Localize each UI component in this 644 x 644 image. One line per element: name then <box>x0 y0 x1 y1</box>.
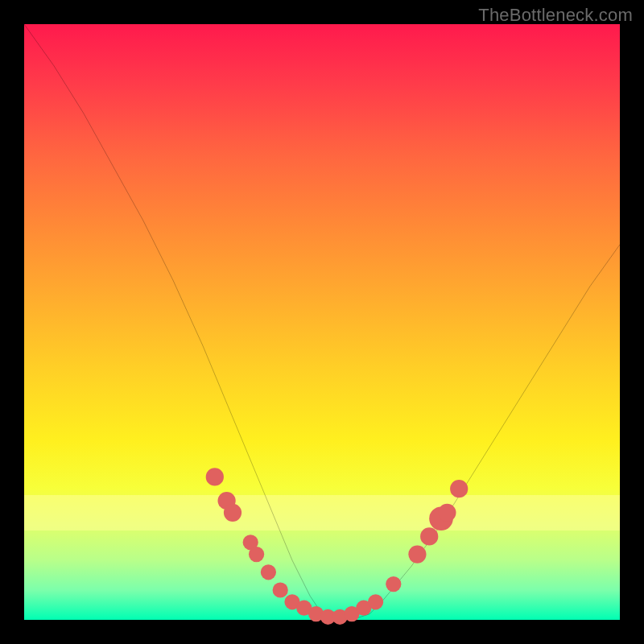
marker-point <box>420 527 438 545</box>
marker-point <box>261 564 276 580</box>
marker-point <box>273 582 288 597</box>
chart-svg <box>24 24 620 620</box>
marker-point <box>438 504 456 522</box>
marker-point <box>386 576 401 592</box>
marker-point <box>368 594 383 609</box>
marker-point <box>206 468 224 485</box>
chart-stage: TheBottleneck.com <box>0 0 644 644</box>
marker-point <box>450 480 468 497</box>
markers-group <box>206 468 469 625</box>
plot-area <box>24 24 620 620</box>
watermark-text: TheBottleneck.com <box>478 5 633 26</box>
marker-point <box>249 547 264 562</box>
bottleneck-curve <box>24 24 620 620</box>
marker-point <box>224 504 242 522</box>
marker-point <box>408 546 426 564</box>
